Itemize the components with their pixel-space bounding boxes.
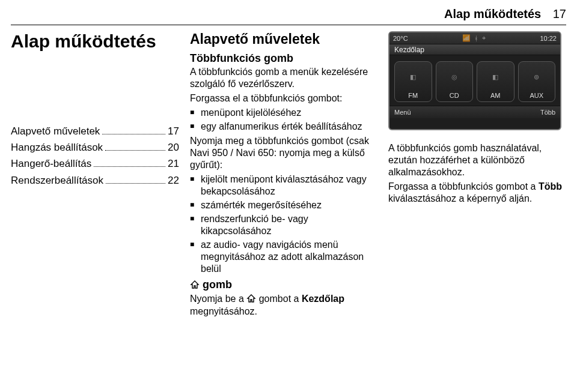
screen-bottom-left: Menü xyxy=(394,109,411,116)
list-item: számérték megerősítéséhez xyxy=(190,199,377,211)
disc-icon: ◎ xyxy=(451,62,457,92)
column-2: Alapvető műveletek Többfunkciós gomb A t… xyxy=(190,31,377,320)
toc-dots xyxy=(94,159,165,167)
radio-icon: ◧ xyxy=(492,62,498,92)
text: kiválasztásához a képernyő alján. xyxy=(388,193,532,204)
paragraph: A többfunkciós gomb használatával, ezutá… xyxy=(388,142,566,178)
text: megnyitásához. xyxy=(190,306,257,316)
screen-tile: ◧ AM xyxy=(477,61,514,102)
running-page-number: 17 xyxy=(553,7,566,20)
toc-dots xyxy=(102,126,165,134)
radio-icon: ◧ xyxy=(410,62,416,92)
screen-bottom-right: Több xyxy=(540,109,555,116)
subheading-text: gomb xyxy=(203,279,232,291)
toc-row: Hangzás beállítások 20 xyxy=(11,139,179,155)
screen-time: 10:22 xyxy=(540,35,557,42)
toc-row: Rendszerbeállítások 22 xyxy=(11,172,179,188)
tile-label: AUX xyxy=(530,92,543,99)
tile-label: FM xyxy=(408,92,418,99)
bullet-list: kijelölt menüpont kiválasztásához vagy b… xyxy=(190,173,377,275)
nav-icon: ⌖ xyxy=(482,34,486,42)
list-item: egy alfanumerikus érték beállításához xyxy=(190,121,377,133)
signal-icon: 📶 xyxy=(462,34,471,42)
toc-label: Hangzás beállítások xyxy=(11,139,103,155)
paragraph: A többfunkciós gomb a menük kezelésére s… xyxy=(190,66,377,90)
toc-label: Hangerő-beállítás xyxy=(11,155,91,172)
toc-dots xyxy=(106,175,165,184)
screen-title: Kezdőlap xyxy=(389,44,560,55)
screen-bottombar: Menü Több xyxy=(389,106,560,118)
list-item: menüpont kijelöléséhez xyxy=(190,107,377,119)
table-of-contents: Alapvető műveletek 17 Hangzás beállításo… xyxy=(11,123,179,188)
subheading: Többfunkciós gomb xyxy=(190,52,377,65)
home-icon xyxy=(246,294,256,306)
toc-page: 20 xyxy=(168,139,179,155)
toc-dots xyxy=(105,143,165,151)
toc-row: Alapvető műveletek 17 xyxy=(11,123,179,139)
text: gombot a xyxy=(259,294,302,304)
toc-page: 21 xyxy=(168,155,179,172)
section-heading: Alapvető műveletek xyxy=(190,31,377,47)
list-item: kijelölt menüpont kiválasztásához vagy b… xyxy=(190,173,377,198)
bluetooth-icon: ᚼ xyxy=(474,35,478,42)
divider xyxy=(11,25,566,25)
screen-topbar: 20°C 📶 ᚼ ⌖ 10:22 xyxy=(389,32,560,44)
infotainment-screenshot: 20°C 📶 ᚼ ⌖ 10:22 Kezdőlap ◧ FM ◎ xyxy=(388,31,561,130)
screen-tile: ◎ CD xyxy=(436,61,474,102)
subheading: gomb xyxy=(190,279,377,292)
toc-page: 22 xyxy=(168,172,179,188)
paragraph: Forgassa a többfunkciós gombot a Több ki… xyxy=(388,181,566,205)
screen-tile-grid: ◧ FM ◎ CD ◧ AM ⊚ AUX xyxy=(389,55,560,106)
bold-text: Kezdőlap xyxy=(302,294,344,304)
list-item: rendszerfunkció be- vagy kikapcsolásához xyxy=(190,213,377,237)
home-icon xyxy=(190,279,200,292)
columns: Alap működtetés Alapvető műveletek 17 Ha… xyxy=(11,31,566,320)
tile-label: CD xyxy=(450,92,459,99)
toc-row: Hangerő-beállítás 21 xyxy=(11,155,179,172)
paragraph: Forgassa el a többfunkciós gombot: xyxy=(190,92,377,104)
toc-label: Rendszerbeállítások xyxy=(11,172,103,188)
running-title: Alap működtetés xyxy=(444,7,541,20)
screen-indicators: 📶 ᚼ ⌖ xyxy=(462,34,486,42)
toc-page: 17 xyxy=(168,123,179,139)
bold-text: Több xyxy=(539,181,562,191)
paragraph: Nyomja meg a többfunkciós gombot (csak N… xyxy=(190,135,377,171)
manual-page: Alap működtetés 17 Alap működtetés Alapv… xyxy=(0,0,577,392)
paragraph: Nyomja be a gombot a Kezdőlap megnyitásá… xyxy=(190,293,377,318)
bullet-list: menüpont kijelöléséhez egy alfanumerikus… xyxy=(190,107,377,133)
toc-label: Alapvető műveletek xyxy=(11,123,100,139)
column-1: Alap működtetés Alapvető műveletek 17 Ha… xyxy=(11,31,179,320)
screen-temp: 20°C xyxy=(393,35,408,42)
screen-tile: ◧ FM xyxy=(394,61,432,102)
screen-tile: ⊚ AUX xyxy=(518,61,556,102)
aux-icon: ⊚ xyxy=(534,62,539,92)
text: Forgassa a többfunkciós gombot a xyxy=(388,181,539,191)
tile-label: AM xyxy=(490,92,501,99)
text: Nyomja be a xyxy=(190,294,246,304)
column-3: 20°C 📶 ᚼ ⌖ 10:22 Kezdőlap ◧ FM ◎ xyxy=(388,31,566,320)
chapter-title: Alap működtetés xyxy=(11,31,179,51)
list-item: az audio- vagy navigációs menü megnyitás… xyxy=(190,239,377,275)
running-head: Alap működtetés 17 xyxy=(11,7,566,21)
